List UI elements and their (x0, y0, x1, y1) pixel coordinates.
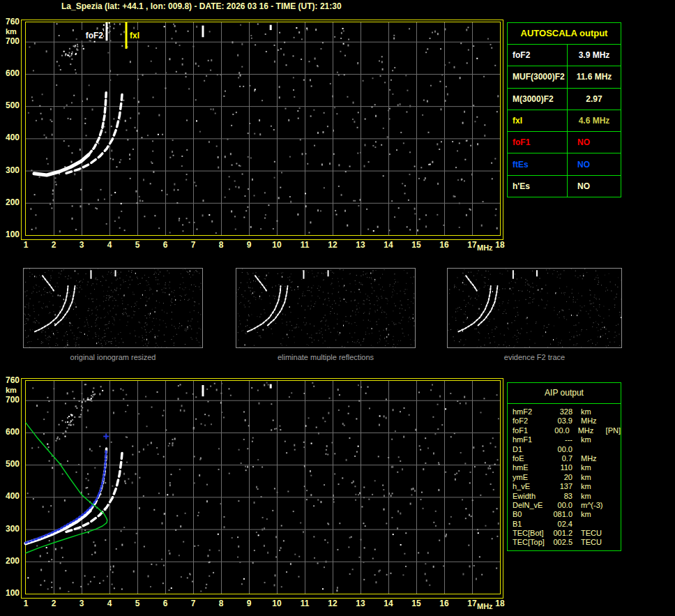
table-row: B0081.0km (508, 510, 621, 519)
y-axis-tick-label: 200 (1, 557, 20, 566)
table-row: TEC[Bot]001.2TECU (508, 529, 621, 538)
parameter-extra (610, 538, 621, 547)
parameter-unit: MHz (572, 416, 610, 426)
x-axis-tick-label: 6 (156, 241, 174, 250)
parameter-unit: km (572, 492, 610, 501)
parameter-unit: MHz (570, 426, 606, 435)
x-axis-tick-label: 14 (379, 599, 397, 608)
table-row: M(3000)F22.97 (508, 88, 621, 110)
x-axis-tick-label: 18 (491, 599, 509, 608)
parameter-unit: TECU (572, 529, 610, 538)
table-row: fxI4.6 MHz (508, 110, 621, 131)
parameter-label: h'Es (508, 176, 567, 197)
parameter-value: NO (567, 153, 621, 174)
table-row: foF23.9 MHz (508, 44, 621, 66)
y-axis-tick-label: 500 (1, 460, 20, 469)
y-axis-tick-label: 200 (1, 198, 20, 207)
parameter-value: NO (567, 132, 621, 153)
parameter-label: foF2 (508, 45, 567, 66)
table-row: MUF(3000)F211.6 MHz (508, 66, 621, 87)
parameter-extra (610, 529, 621, 538)
x-axis-tick-label: 10 (268, 241, 286, 250)
parameter-value: 002.5 (552, 538, 572, 547)
parameter-extra (610, 473, 621, 482)
parameter-extra (610, 407, 621, 416)
x-axis-tick-label: 2 (45, 241, 63, 250)
parameter-unit: km (572, 435, 610, 444)
parameter-value: 11.6 MHz (567, 66, 621, 87)
parameter-label: ftEs (508, 153, 567, 174)
parameter-value: 4.6 MHz (567, 110, 621, 131)
y-axis-tick-label: 400 (1, 133, 20, 142)
table-row: foF203.9MHz (508, 416, 621, 426)
parameter-unit: km (572, 473, 610, 482)
autoscala-output-table: AUTOSCALA output foF23.9 MHzMUF(3000)F21… (507, 22, 621, 197)
x-axis-tick-label: 15 (407, 599, 425, 608)
x-axis-tick-label: 7 (184, 599, 202, 608)
thumbnail-image (447, 268, 622, 348)
parameter-name: B0 (508, 510, 552, 519)
parameter-name: D1 (508, 445, 552, 454)
y-axis-unit-label: km (6, 386, 17, 394)
y-axis-tick-label: 100 (1, 589, 20, 598)
parameter-name: foF1 (508, 426, 549, 435)
thumbnail-caption: original ionogram resized (23, 353, 203, 361)
O-trace-asymptote (89, 93, 106, 155)
y-axis-tick-label: 700 (1, 37, 20, 46)
x-axis-tick-label: 8 (212, 599, 230, 608)
parameter-extra (610, 501, 621, 510)
parameter-label: foF1 (508, 132, 567, 153)
thumbnail-caption: eliminate multiple reflections (236, 353, 416, 361)
x-axis-tick-label: 13 (351, 241, 370, 250)
parameter-value: 137 (552, 482, 572, 491)
table-row: ftEsNO (508, 153, 621, 174)
parameter-extra (610, 463, 621, 472)
parameter-value: 20 (552, 473, 572, 482)
fxI-marker-label: fxI (130, 31, 139, 40)
x-axis-tick-label: 10 (268, 599, 286, 608)
page-title: La_Spezia (lat: +44.1 , lon: 009.8) - DA… (61, 1, 342, 11)
parameter-name: h_vE (508, 482, 552, 491)
parameter-unit (572, 445, 610, 454)
parameter-value: NO (567, 176, 621, 197)
x-axis-tick-label: 9 (240, 241, 258, 250)
y-axis-tick-label: 600 (1, 69, 20, 78)
parameter-name: hmF1 (508, 435, 552, 444)
x-axis-tick-label: 16 (435, 599, 453, 608)
x-axis-tick-label: 16 (435, 241, 453, 250)
parameter-label: M(3000)F2 (508, 89, 567, 110)
aip-table-rows: hmF2328kmfoF203.9MHzfoF100.0MHz[PN]hmF1-… (508, 404, 621, 548)
parameter-name: TEC[Top] (508, 538, 552, 547)
x-axis-tick-label: 14 (379, 241, 397, 250)
y-axis-tick-label: 760 (1, 17, 20, 27)
x-axis-tick-label: 12 (324, 599, 342, 608)
x-axis-tick-label: 3 (73, 599, 91, 608)
parameter-label: fxI (508, 110, 567, 131)
x-axis-tick-label: 18 (491, 241, 509, 250)
parameter-unit: MHz (572, 454, 610, 463)
autoscala-screen: La_Spezia (lat: +44.1 , lon: 009.8) - DA… (0, 0, 675, 616)
y-axis-unit-label: km (6, 27, 17, 36)
x-axis-tick-label: 15 (407, 241, 425, 250)
parameter-name: DelN_vE (508, 501, 552, 510)
table-row: B102.4 (508, 520, 621, 529)
x-axis-tick-label: 7 (184, 241, 202, 250)
x-axis-unit-label: MHz (477, 602, 493, 610)
y-axis-tick-label: 760 (1, 376, 20, 385)
parameter-value: 00.0 (552, 501, 572, 510)
parameter-unit (572, 520, 610, 529)
parameter-name: B1 (508, 520, 552, 529)
y-axis-tick-label: 600 (1, 428, 20, 437)
parameter-unit: km (572, 510, 610, 519)
parameter-unit: TECU (572, 538, 610, 547)
aip-output-table: AIP output hmF2328kmfoF203.9MHzfoF100.0M… (507, 382, 621, 551)
x-axis-tick-label: 8 (212, 241, 230, 250)
parameter-extra (610, 454, 621, 463)
parameter-extra (610, 520, 621, 529)
table-row: hmF2328km (508, 407, 621, 416)
x-axis-tick-label: 2 (45, 599, 63, 608)
parameter-value: 00.0 (552, 445, 572, 454)
table-row: DelN_vE00.0m^(-3) (508, 501, 621, 510)
parameter-value: 0.7 (552, 454, 572, 463)
x-axis-tick-label: 12 (324, 241, 342, 250)
